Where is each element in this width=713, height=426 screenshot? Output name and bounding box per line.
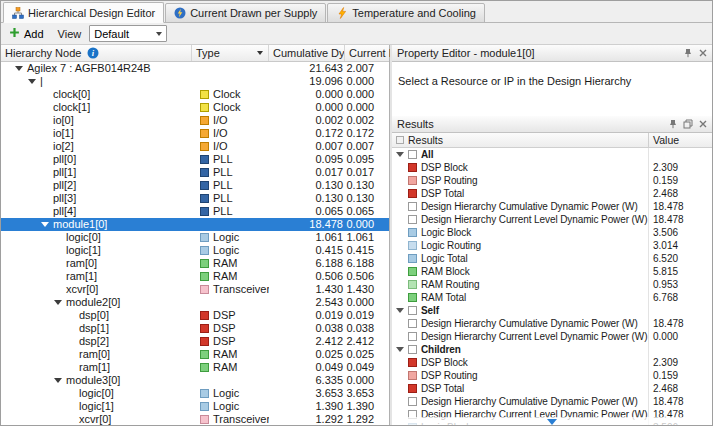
tree-row-ram-0[interactable]: ram[0]RAM6.1886.188: [1, 257, 389, 270]
column-value[interactable]: Value: [648, 133, 712, 147]
checkbox[interactable]: [408, 319, 417, 328]
results-row-logic-block[interactable]: Logic Block3.506: [392, 226, 712, 239]
results-row-dsp-routing[interactable]: DSP Routing0.159: [392, 369, 712, 382]
tree-row-dsp-0[interactable]: dsp[0]DSP0.0190.019: [1, 309, 389, 322]
results-group-children[interactable]: Children: [392, 343, 712, 356]
tree-row-pll-2[interactable]: pll[2]PLL0.1300.130: [1, 179, 389, 192]
tree-row-logic-0[interactable]: logic[0]Logic1.0611.061: [1, 231, 389, 244]
metric-label: DSP Routing: [421, 174, 478, 187]
column-type[interactable]: Type: [192, 45, 269, 61]
close-icon[interactable]: [697, 47, 709, 59]
results-row-design-hierarchy-cumulative-dynamic-power-w[interactable]: Design Hierarchy Cumulative Dynamic Powe…: [392, 395, 712, 408]
metric-color-swatch: [408, 163, 417, 172]
node-cell: ram[1]: [1, 270, 192, 283]
add-button[interactable]: Add: [7, 26, 50, 41]
collapse-icon[interactable]: [396, 152, 404, 157]
type-cell: PLL: [192, 153, 269, 166]
results-group-all[interactable]: All: [392, 148, 712, 161]
results-row-design-hierarchy-cumulative-dynamic-power-w[interactable]: Design Hierarchy Cumulative Dynamic Powe…: [392, 200, 712, 213]
property-editor-title: Property Editor - module1[0]: [397, 47, 682, 59]
column-hierarchy-node[interactable]: Hierarchy Node i: [1, 45, 192, 61]
tree-row-dsp-2[interactable]: dsp[2]DSP2.4122.412: [1, 335, 389, 348]
type-color-swatch: [200, 415, 209, 424]
pin-icon[interactable]: [682, 47, 694, 59]
results-row-logic-total[interactable]: Logic Total6.520: [392, 252, 712, 265]
tree-row-pll-4[interactable]: pll[4]PLL0.0650.065: [1, 205, 389, 218]
checkbox[interactable]: [408, 397, 417, 406]
collapse-icon[interactable]: [396, 308, 404, 313]
tree-row-clock-1[interactable]: clock[1]Clock0.0000.000: [1, 101, 389, 114]
tree-row-io-2[interactable]: io[2]I/O0.0070.007: [1, 140, 389, 153]
results-row-dsp-block[interactable]: DSP Block2.309: [392, 356, 712, 369]
checkbox[interactable]: [408, 215, 417, 224]
select-all-checkbox[interactable]: [396, 136, 404, 144]
collapse-icon[interactable]: [54, 300, 62, 305]
tree-row-pll-3[interactable]: pll[3]PLL0.1300.130: [1, 192, 389, 205]
tree-row-dsp-1[interactable]: dsp[1]DSP0.0380.038: [1, 322, 389, 335]
type-label: DSP: [213, 322, 236, 335]
column-cumulative-dynamic[interactable]: Cumulative Dyn: [269, 45, 345, 61]
tree-row-clock-0[interactable]: clock[0]Clock0.0000.000: [1, 88, 389, 101]
results-row-dsp-total[interactable]: DSP Total2.468: [392, 382, 712, 395]
tree-row-io-0[interactable]: io[0]I/O0.0020.002: [1, 114, 389, 127]
tree-row-module3-0[interactable]: module3[0]6.3350.000: [1, 374, 389, 387]
tree-row-io-1[interactable]: io[1]I/O0.1720.172: [1, 127, 389, 140]
tree-row-pll-0[interactable]: pll[0]PLL0.0950.095: [1, 153, 389, 166]
tree-row-logic-0[interactable]: logic[0]Logic3.6533.653: [1, 387, 389, 400]
type-filter-icon[interactable]: [257, 51, 263, 55]
close-icon[interactable]: [697, 118, 709, 130]
metric-color-swatch: [408, 293, 417, 302]
results-row-design-hierarchy-current-level-dynamic-power-w[interactable]: Design Hierarchy Current Level Dynamic P…: [392, 330, 712, 343]
float-icon[interactable]: [682, 118, 694, 130]
info-icon[interactable]: i: [87, 47, 99, 59]
results-row-dsp-routing[interactable]: DSP Routing0.159: [392, 174, 712, 187]
tab-temperature-and-cooling[interactable]: Temperature and Cooling: [327, 3, 485, 23]
type-color-swatch: [200, 116, 209, 125]
collapse-icon[interactable]: [396, 347, 404, 352]
node-cell: module1[0]: [1, 218, 192, 231]
view-select[interactable]: Default: [89, 25, 167, 42]
tree-row-logic-1[interactable]: logic[1]Logic1.3901.390: [1, 400, 389, 413]
results-row-logic-routing[interactable]: Logic Routing3.014: [392, 239, 712, 252]
collapse-icon[interactable]: [28, 79, 36, 84]
tree-row-ram-1[interactable]: ram[1]RAM0.0490.049: [1, 361, 389, 374]
tree-row-ram-1[interactable]: ram[1]RAM0.5060.506: [1, 270, 389, 283]
checkbox[interactable]: [408, 332, 417, 341]
checkbox[interactable]: [408, 202, 417, 211]
collapse-icon[interactable]: [15, 66, 23, 71]
temperature-icon: [336, 7, 348, 19]
tab-hierarchical-design-editor[interactable]: Hierarchical Design Editor: [3, 2, 164, 23]
results-row-design-hierarchy-current-level-dynamic-power-w[interactable]: Design Hierarchy Current Level Dynamic P…: [392, 213, 712, 226]
collapse-icon[interactable]: [41, 222, 49, 227]
checkbox[interactable]: [408, 345, 417, 354]
tree-row-ram-0[interactable]: ram[0]RAM0.0250.025: [1, 348, 389, 361]
type-color-swatch: [200, 272, 209, 281]
tree-row-xcvr-0[interactable]: xcvr[0]Transceiver1.2921.292: [1, 413, 389, 425]
tree-row-logic-1[interactable]: logic[1]Logic0.4150.415: [1, 244, 389, 257]
node-label: module2[0]: [66, 296, 120, 309]
results-row-ram-block[interactable]: RAM Block5.815: [392, 265, 712, 278]
results-row-dsp-total[interactable]: DSP Total2.468: [392, 187, 712, 200]
checkbox[interactable]: [408, 306, 417, 315]
tree-row-root[interactable]: |19.0960.000: [1, 75, 389, 88]
results-group-self[interactable]: Self: [392, 304, 712, 317]
collapse-icon[interactable]: [54, 378, 62, 383]
current-level-value: 0.000: [345, 296, 389, 309]
results-row-dsp-block[interactable]: DSP Block2.309: [392, 161, 712, 174]
pin-icon[interactable]: [667, 118, 679, 130]
results-row-ram-routing[interactable]: RAM Routing0.953: [392, 278, 712, 291]
type-cell: DSP: [192, 322, 269, 335]
checkbox[interactable]: [408, 150, 417, 159]
tree-row-Agilex-7-AGFB014R24B[interactable]: Agilex 7 : AGFB014R24B21.6432.007: [1, 62, 389, 75]
tree-row-module1-0[interactable]: module1[0]18.4780.000: [1, 218, 389, 231]
results-row-design-hierarchy-cumulative-dynamic-power-w[interactable]: Design Hierarchy Cumulative Dynamic Powe…: [392, 317, 712, 330]
column-current-level[interactable]: Current L: [345, 45, 390, 61]
node-cell: pll[3]: [1, 192, 192, 205]
tree-row-module2-0[interactable]: module2[0]2.5430.000: [1, 296, 389, 309]
tab-current-drawn-per-supply[interactable]: Current Drawn per Supply: [165, 3, 326, 23]
results-row-ram-total[interactable]: RAM Total6.768: [392, 291, 712, 304]
tree-row-xcvr-0[interactable]: xcvr[0]Transceiver1.4301.430: [1, 283, 389, 296]
column-results[interactable]: Results: [392, 133, 648, 147]
scroll-down-indicator[interactable]: [392, 417, 712, 425]
tree-row-pll-1[interactable]: pll[1]PLL0.0170.017: [1, 166, 389, 179]
